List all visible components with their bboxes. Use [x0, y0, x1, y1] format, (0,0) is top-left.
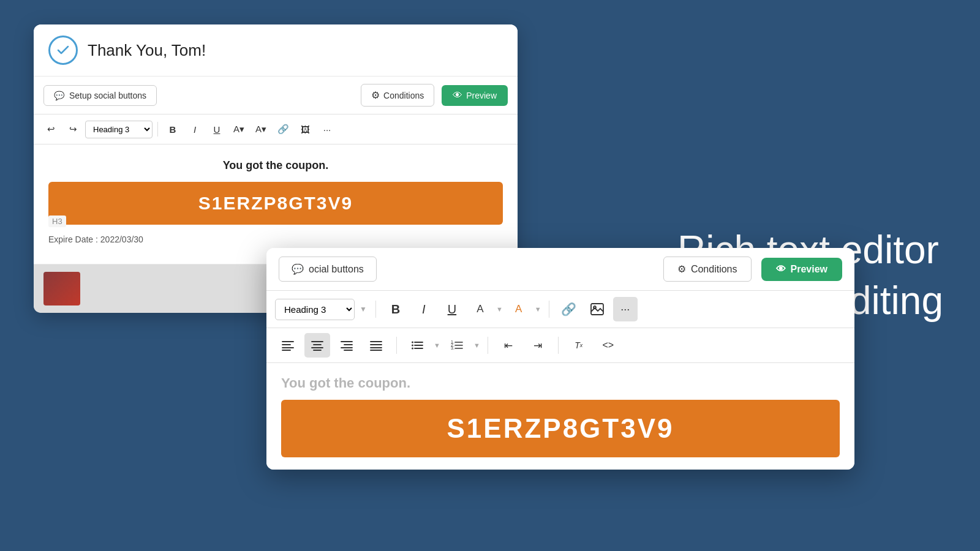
top-toolbar-front: 💬 ocial buttons ⚙ Conditions 👁 Preview: [266, 248, 854, 291]
align-left-btn[interactable]: [275, 333, 301, 358]
link-btn-front[interactable]: 🔗: [557, 297, 581, 321]
editor-content-front: You got the coupon. S1ERZP8GT3V9: [266, 363, 854, 470]
underline-btn-front[interactable]: U: [440, 297, 464, 321]
editor-content-back: You got the coupon. S1ERZP8GT3V9 Expire …: [34, 144, 518, 264]
gear-icon: ⚙: [371, 89, 380, 101]
align-right-btn[interactable]: [334, 333, 360, 358]
image-btn-front[interactable]: [585, 297, 609, 321]
svg-text:3.: 3.: [451, 346, 454, 350]
chat-icon-front: 💬: [292, 263, 304, 275]
underline-btn-back[interactable]: U: [207, 119, 227, 139]
italic-btn-front[interactable]: I: [412, 297, 436, 321]
preview-btn-front[interactable]: 👁 Preview: [761, 258, 842, 281]
font-color-btn-back[interactable]: A▾: [229, 119, 249, 139]
expire-text-back: Expire Date : 2022/03/30: [48, 234, 503, 244]
conditions-btn-front[interactable]: ⚙ Conditions: [663, 257, 752, 282]
toolbar-divider: [157, 122, 158, 137]
toolbar-divider-2: [549, 301, 549, 318]
toolbar-divider-5: [558, 337, 559, 354]
redo-btn[interactable]: ↪: [63, 119, 83, 139]
eye-icon: 👁: [453, 90, 462, 101]
heading-select-back[interactable]: Heading 3: [85, 121, 153, 138]
eye-icon-front: 👁: [776, 264, 786, 275]
thank-you-header: Thank You, Tom!: [34, 24, 518, 77]
bullet-list-btn[interactable]: [404, 333, 430, 358]
align-justify-btn[interactable]: [363, 333, 389, 358]
numbered-list-btn[interactable]: 1.2.3.: [444, 333, 470, 358]
outdent-btn[interactable]: ⇤: [496, 333, 521, 358]
more-btn-front[interactable]: ···: [613, 297, 638, 321]
indent-btn[interactable]: ⇥: [525, 333, 551, 358]
svg-point-19: [412, 345, 413, 347]
social-btn-front[interactable]: 💬 ocial buttons: [279, 257, 377, 282]
toolbar-divider-4: [488, 337, 488, 354]
chat-icon: 💬: [54, 91, 64, 100]
heading-select-front[interactable]: Heading 3: [275, 299, 355, 320]
setup-social-btn[interactable]: 💬 Setup social buttons: [43, 85, 157, 106]
coupon-code-front: S1ERZP8GT3V9: [295, 413, 826, 444]
thank-you-text: Thank You, Tom!: [88, 41, 206, 60]
highlight-btn-back[interactable]: A▾: [251, 119, 271, 139]
format-toolbar-front-row1: Heading 3 ▼ B I U A ▼ A ▼ 🔗 ···: [266, 291, 854, 328]
h3-label: H3: [48, 216, 66, 227]
undo-btn[interactable]: ↩: [41, 119, 61, 139]
clear-format-btn[interactable]: Tx: [566, 333, 592, 358]
format-toolbar-front-row2: ▼ 1.2.3. ▼ ⇤ ⇥ Tx <>: [266, 328, 854, 363]
coupon-code-back: S1ERZP8GT3V9: [59, 193, 492, 214]
coupon-box-back: S1ERZP8GT3V9: [48, 182, 503, 225]
coupon-main-text-back: You got the coupon.: [48, 159, 503, 172]
gear-icon-front: ⚙: [677, 263, 686, 275]
conditions-btn-back[interactable]: ⚙ Conditions: [361, 84, 434, 107]
format-toolbar-back: ↩ ↪ Heading 3 B I U A▾ A▾ 🔗 🖼 ···: [34, 114, 518, 144]
coupon-main-text-front: You got the coupon.: [281, 375, 840, 391]
preview-btn-back[interactable]: 👁 Preview: [442, 85, 508, 106]
highlight-btn-front[interactable]: A: [507, 297, 531, 321]
link-btn-back[interactable]: 🔗: [273, 119, 293, 139]
more-btn-back[interactable]: ···: [317, 119, 337, 139]
toolbar-divider-3: [396, 337, 397, 354]
thumbnail-image: [43, 272, 80, 305]
svg-point-20: [412, 348, 413, 350]
toolbar-divider-1: [375, 301, 376, 318]
svg-point-18: [412, 342, 413, 343]
check-circle-icon: [48, 36, 78, 65]
coupon-box-front: S1ERZP8GT3V9: [281, 400, 840, 457]
bold-btn-back[interactable]: B: [163, 119, 183, 139]
editor-card-front: 💬 ocial buttons ⚙ Conditions 👁 Preview H…: [266, 248, 854, 470]
image-btn-back[interactable]: 🖼: [295, 119, 315, 139]
top-toolbar-back: 💬 Setup social buttons ⚙ Conditions 👁 Pr…: [34, 77, 518, 114]
code-btn[interactable]: <>: [595, 333, 621, 358]
italic-btn-back[interactable]: I: [185, 119, 205, 139]
font-color-btn-front[interactable]: A: [468, 297, 492, 321]
bold-btn-front[interactable]: B: [383, 297, 408, 321]
align-center-btn[interactable]: [304, 333, 330, 358]
